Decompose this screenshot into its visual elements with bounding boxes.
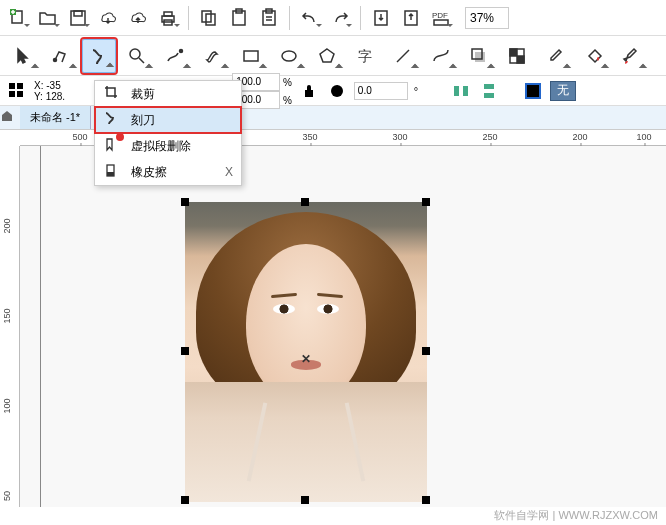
lock-ratio-icon[interactable] [298,80,320,102]
handle-br[interactable] [422,496,430,504]
pdf-button[interactable]: PDF [427,4,455,32]
polygon-icon [317,46,337,66]
svg-rect-30 [9,91,15,97]
standard-toolbar: PDF [0,0,666,36]
pdf-icon: PDF [431,8,451,28]
handle-tr[interactable] [422,198,430,206]
ellipse-tool[interactable] [272,39,306,73]
flyout-crop[interactable]: 裁剪 [95,81,241,107]
svg-point-21 [282,51,296,61]
svg-rect-24 [475,52,485,62]
text-tool[interactable]: 字 [348,39,382,73]
undo-button[interactable] [296,4,324,32]
export-icon [401,8,421,28]
flyout-label: 橡皮擦 [131,164,167,181]
transparency-tool[interactable] [500,39,534,73]
eyedropper-icon [545,46,565,66]
checker-icon [507,46,527,66]
save-icon [68,8,88,28]
flyout-shortcut: X [225,165,233,179]
pen-icon [621,46,641,66]
handle-ml[interactable] [181,347,189,355]
crop-tool[interactable] [82,39,116,73]
shape-tool[interactable] [44,39,78,73]
cloud-up-button[interactable] [124,4,152,32]
crop-tool-flyout: 裁剪 刻刀 虚拟段删除 橡皮擦 X [94,80,242,186]
print-icon [158,8,178,28]
ruler-vertical: 20015010050 [0,146,20,507]
pick-tool[interactable] [6,39,40,73]
undo-icon [300,8,320,28]
handle-bl[interactable] [181,496,189,504]
svg-rect-32 [305,90,313,97]
freehand-tool[interactable] [158,39,192,73]
dropshadow-tool[interactable] [462,39,496,73]
flyout-virtual-delete[interactable]: 虚拟段删除 [95,133,241,159]
outline-tool[interactable] [614,39,648,73]
line-tool[interactable] [386,39,420,73]
open-folder-icon [38,8,58,28]
clipboard-button[interactable] [255,4,283,32]
polygon-tool[interactable] [310,39,344,73]
selected-image[interactable]: ✕ [185,202,427,502]
svg-point-18 [130,49,140,59]
cloud-down-button[interactable] [94,4,122,32]
eyedropper-tool[interactable] [538,39,572,73]
handle-bm[interactable] [301,496,309,504]
export-button[interactable] [397,4,425,32]
artistic-tool[interactable] [196,39,230,73]
handle-mr[interactable] [422,347,430,355]
import-button[interactable] [367,4,395,32]
arrow-icon [13,46,33,66]
ellipse-icon [279,46,299,66]
svg-rect-27 [517,56,524,63]
svg-rect-36 [107,172,114,176]
knife-icon [103,110,121,130]
svg-rect-5 [164,12,172,16]
document-tab[interactable]: 未命名 -1* [20,106,91,129]
save-button[interactable] [64,4,92,32]
svg-rect-31 [17,91,23,97]
svg-rect-20 [244,51,258,61]
copy-button[interactable] [195,4,223,32]
cloud-down-icon [98,8,118,28]
flyout-eraser[interactable]: 橡皮擦 X [95,159,241,185]
no-fill-button[interactable]: 无 [550,81,576,101]
coords: X: -35 Y: 128. [34,80,65,102]
zoom-tool[interactable] [120,39,154,73]
svg-rect-34 [526,84,540,98]
print-button[interactable] [154,4,182,32]
new-file-button[interactable] [4,4,32,32]
mirror-v-button[interactable] [478,80,500,102]
crop-knife-icon [89,46,109,66]
open-file-button[interactable] [34,4,62,32]
svg-rect-29 [17,83,23,89]
zoom-icon [127,46,147,66]
fill-tool[interactable] [576,39,610,73]
line-icon [393,46,413,66]
wrap-button[interactable] [522,80,544,102]
rectangle-tool[interactable] [234,39,268,73]
canvas[interactable]: ✕ [20,146,666,507]
flyout-label: 裁剪 [131,86,155,103]
flyout-knife[interactable]: 刻刀 [95,107,241,133]
handle-tm[interactable] [301,198,309,206]
svg-rect-16 [434,20,448,25]
freehand-icon [165,46,185,66]
flyout-label: 刻刀 [131,112,155,129]
eraser-icon [103,162,121,182]
crop-icon [103,84,121,104]
svg-rect-28 [9,83,15,89]
copy-icon [199,8,219,28]
svg-point-17 [54,58,57,61]
handle-tl[interactable] [181,198,189,206]
text-icon: 字 [355,46,375,66]
mirror-h-button[interactable] [450,80,472,102]
curve-tool[interactable] [424,39,458,73]
zoom-input[interactable] [465,7,509,29]
redo-button[interactable] [326,4,354,32]
paste-button[interactable] [225,4,253,32]
redo-icon [330,8,350,28]
home-tab-icon[interactable] [0,108,20,128]
angle-input[interactable] [354,82,408,100]
